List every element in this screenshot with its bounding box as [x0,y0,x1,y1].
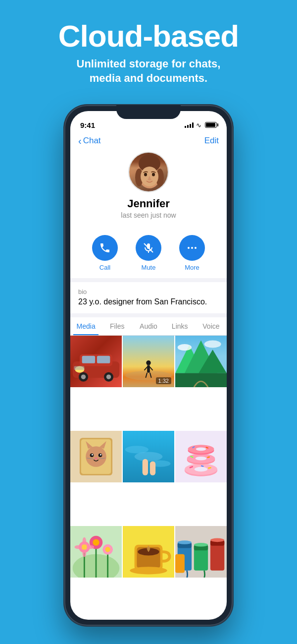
svg-point-47 [92,454,93,456]
video-duration: 1:32 [156,377,171,384]
svg-point-55 [135,452,163,461]
svg-point-105 [210,538,224,542]
svg-point-6 [152,173,155,176]
svg-rect-16 [82,356,95,363]
hero-subtitle: Unlimited storage for chats,media and do… [15,57,282,85]
action-buttons: Call Mute [70,227,227,278]
svg-point-5 [144,173,147,176]
media-item-donuts[interactable] [175,431,227,482]
call-action[interactable]: Call [92,235,118,271]
svg-rect-56 [143,459,148,475]
signal-icon [185,122,194,128]
svg-point-26 [146,360,150,365]
svg-point-37 [178,344,192,351]
section-divider-2 [70,313,227,317]
more-action[interactable]: More [179,235,205,271]
svg-point-61 [195,467,207,471]
avatar [128,152,169,192]
svg-point-88 [75,545,82,549]
tab-links[interactable]: Links [164,317,196,335]
svg-rect-106 [175,554,185,573]
section-divider-1 [70,278,227,282]
status-time: 9:41 [80,121,95,129]
svg-point-83 [93,539,99,545]
svg-rect-57 [150,461,155,475]
phone-mockup: 9:41 ∿ ‹ Cha [64,105,233,626]
svg-point-42 [86,446,106,467]
media-item-flowers[interactable] [70,526,122,578]
tab-voice[interactable]: Voice [196,317,227,335]
avatar-image [129,153,168,191]
svg-point-86 [83,537,87,544]
svg-point-49 [95,458,98,460]
media-item-mountains[interactable] [175,336,227,387]
edit-button[interactable]: Edit [204,136,219,146]
svg-rect-17 [97,356,110,363]
media-item-pool[interactable] [123,431,174,482]
profile-name: Jennifer [127,197,170,210]
hero-title: Cloud-based [15,20,282,52]
media-item-paint[interactable] [175,526,227,578]
more-button-circle [179,235,205,261]
svg-point-99 [178,540,192,544]
svg-point-48 [100,454,101,456]
profile-section: Jennifer last seen just now [70,150,227,227]
svg-point-67 [196,457,207,461]
svg-point-72 [196,448,206,451]
call-label: Call [99,264,110,271]
media-item-beach[interactable]: 1:32 [123,336,174,387]
status-icons: ∿ [185,121,217,129]
svg-rect-23 [74,366,85,370]
call-button-circle [92,235,118,261]
tab-media[interactable]: Media [70,317,101,335]
wifi-icon: ∿ [196,121,201,129]
media-item-toast[interactable] [70,431,122,482]
svg-point-38 [204,341,221,348]
svg-point-10 [191,247,193,249]
svg-point-22 [106,375,111,379]
svg-point-9 [188,247,190,249]
media-grid: 1:32 [70,336,227,620]
phone-notch [116,105,181,119]
tab-audio[interactable]: Audio [133,317,164,335]
hero-section: Cloud-based Unlimited storage for chats,… [0,0,297,95]
more-label: More [185,264,199,271]
media-item-coffee[interactable] [123,526,174,578]
svg-point-95 [130,567,167,574]
mute-label: Mute [142,264,156,271]
back-chevron-icon: ‹ [78,136,82,146]
tab-files[interactable]: Files [101,317,133,335]
media-item-car[interactable] [70,336,122,387]
back-label: Chat [83,136,101,146]
svg-point-85 [105,547,110,552]
phone-screen: 9:41 ∿ ‹ Cha [70,111,227,620]
svg-point-81 [82,544,87,549]
svg-rect-36 [175,373,227,387]
svg-point-89 [87,545,94,549]
svg-point-87 [83,549,87,557]
bio-label: bio [78,288,219,295]
battery-icon [205,122,217,128]
bio-text: 23 y.o. designer from San Francisco. [78,297,219,306]
bio-section: bio 23 y.o. designer from San Francisco. [70,282,227,313]
nav-bar: ‹ Chat Edit [70,133,227,150]
svg-point-20 [81,375,86,379]
phone-frame: 9:41 ∿ ‹ Cha [64,105,233,626]
mute-button-circle [136,235,161,261]
back-button[interactable]: ‹ Chat [78,136,101,146]
svg-rect-27 [147,365,150,373]
mute-action[interactable]: Mute [136,235,161,271]
svg-point-11 [195,247,197,249]
media-tabs: Media Files Audio Links Voice [70,317,227,336]
profile-status: last seen just now [121,211,176,219]
svg-point-102 [194,543,208,547]
